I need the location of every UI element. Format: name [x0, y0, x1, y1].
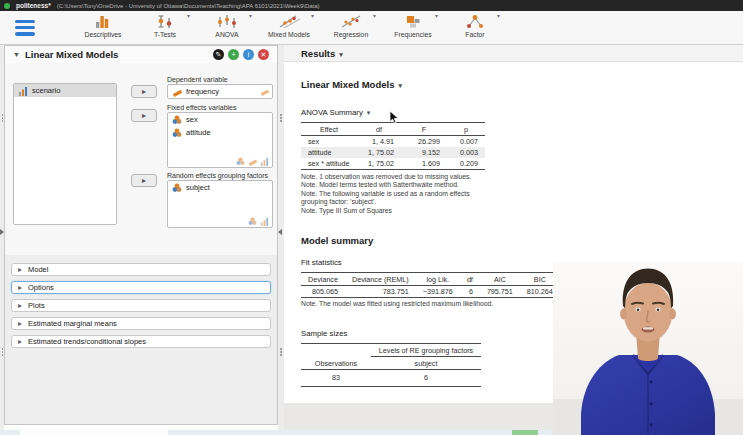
- variable-item-attitude[interactable]: attitude: [168, 126, 272, 139]
- assign-dependent-button[interactable]: [131, 85, 157, 98]
- continuous-ruler-icon: [248, 157, 257, 166]
- descriptives-button[interactable]: Descriptives: [74, 12, 132, 44]
- column-header: Deviance (REML): [345, 273, 416, 286]
- cell: 795.751: [480, 286, 520, 298]
- variable-label: frequency: [186, 87, 219, 96]
- document-path: (C:\Users\Tony\OneDrive - University of …: [57, 3, 320, 9]
- results-menu[interactable]: Results: [301, 48, 343, 59]
- cell: 6: [371, 370, 481, 387]
- anova-summary-table: Effect df F p sex 1, 4.91 26.299 0.007 a…: [301, 122, 485, 170]
- continuous-ruler-icon: [172, 87, 182, 97]
- variable-item-frequency[interactable]: frequency: [168, 85, 272, 98]
- anova-button[interactable]: ANOVA: [198, 12, 256, 44]
- mixed-models-icon: [276, 14, 302, 29]
- note-line: Note. The following variable is used as …: [301, 190, 489, 207]
- section-model[interactable]: Model: [11, 263, 271, 276]
- info-button[interactable]: i: [243, 49, 254, 60]
- variable-item-sex[interactable]: sex: [168, 113, 272, 126]
- assign-random-button[interactable]: [131, 174, 157, 187]
- table-row: 805.065 783.751 −391.876 6 795.751 810.2…: [301, 286, 560, 298]
- section-estimated-trends[interactable]: Estimated trends/conditional slopes: [11, 335, 271, 348]
- section-plots[interactable]: Plots: [11, 299, 271, 312]
- cell: 0.007: [447, 136, 485, 148]
- factor-icon: [462, 14, 488, 29]
- span-header: Levels of RE grouping factors: [371, 344, 481, 357]
- table-row: sex 1, 4.91 26.299 0.007: [301, 136, 485, 148]
- nominal-icon: [172, 183, 182, 193]
- hamburger-menu-button[interactable]: [12, 18, 38, 38]
- grip-dots-icon: [2, 114, 4, 116]
- column-header: df: [460, 273, 480, 286]
- descriptives-icon: [90, 14, 116, 29]
- column-header: F: [401, 123, 447, 136]
- mixed-models-button[interactable]: Mixed Models: [260, 12, 318, 44]
- cell: 1, 75.02: [357, 147, 401, 158]
- section-label: Options: [28, 283, 54, 292]
- nominal-icon: [172, 128, 182, 138]
- cell: −391.876: [416, 286, 460, 298]
- random-effects-box[interactable]: subject: [167, 180, 273, 228]
- variable-label: subject: [186, 183, 210, 192]
- toolbar-label: Frequencies: [394, 31, 431, 38]
- variable-item-subject[interactable]: subject: [168, 181, 272, 194]
- variable-assignment-area: scenario Dependent variable frequency: [5, 63, 277, 255]
- edit-title-button[interactable]: ✎: [213, 49, 224, 60]
- section-options[interactable]: Options: [11, 281, 271, 294]
- cell: 26.299: [401, 136, 447, 148]
- section-label: Plots: [28, 301, 45, 310]
- section-label: Estimated marginal means: [28, 319, 117, 328]
- progress-marker: [512, 430, 538, 435]
- cell: 783.751: [345, 286, 416, 298]
- model-summary-title: Model summary: [301, 235, 723, 246]
- column-header: Deviance: [301, 273, 345, 286]
- regression-icon: [338, 14, 364, 29]
- toolbar-label: Descriptives: [84, 31, 121, 38]
- toolbar-label: Factor: [465, 31, 484, 38]
- anova-icon: [214, 14, 240, 29]
- cell: sex * attitude: [301, 158, 357, 170]
- column-header: Effect: [301, 123, 357, 136]
- assign-fixed-button[interactable]: [131, 109, 157, 122]
- grip-dots-icon: [2, 348, 4, 350]
- dependent-variable-label: Dependent variable: [167, 76, 228, 83]
- available-variables-list[interactable]: scenario: [13, 83, 117, 225]
- random-effects-label: Random effects grouping factors: [167, 172, 268, 179]
- cell: 1, 75.02: [357, 158, 401, 170]
- analysis-toolbar: Descriptives T-Tests: [0, 11, 743, 45]
- t-tests-icon: [152, 14, 178, 29]
- section-label: Model: [28, 265, 48, 274]
- fixed-effects-box[interactable]: sex attitude: [167, 112, 273, 168]
- section-estimated-marginal-means[interactable]: Estimated marginal means: [11, 317, 271, 330]
- results-header: Results: [284, 45, 743, 62]
- nominal-icon: [236, 157, 245, 166]
- anova-summary-title[interactable]: ANOVA Summary: [301, 108, 723, 117]
- variable-label: scenario: [32, 86, 60, 95]
- toolbar-label: Regression: [334, 31, 368, 38]
- mouse-cursor-icon: [389, 111, 399, 124]
- results-analysis-title[interactable]: Linear Mixed Models: [301, 79, 402, 90]
- note-line: Note. Model terms tested with Satterthwa…: [301, 181, 489, 189]
- column-header: p: [447, 123, 485, 136]
- fit-statistics-table: Deviance Deviance (REML) log Lik. df AIC…: [301, 272, 560, 298]
- cell: 0.209: [447, 158, 485, 170]
- fixed-effects-label: Fixed effects variables: [167, 104, 237, 111]
- column-header: AIC: [480, 273, 520, 286]
- variable-item-scenario[interactable]: scenario: [14, 84, 116, 97]
- factor-button[interactable]: Factor: [446, 12, 504, 44]
- close-analysis-button[interactable]: ✕: [258, 49, 269, 60]
- analysis-title: Linear Mixed Models: [25, 49, 209, 60]
- sample-sizes-table: Levels of RE grouping factors Observatio…: [301, 343, 481, 387]
- column-header: df: [357, 123, 401, 136]
- cell: attitude: [301, 147, 357, 158]
- duplicate-analysis-button[interactable]: +: [228, 49, 239, 60]
- cell: sex: [301, 136, 357, 148]
- chevron-down-icon[interactable]: ▼: [13, 51, 20, 58]
- regression-button[interactable]: Regression: [322, 12, 380, 44]
- app-status-dot-icon: [4, 3, 10, 9]
- frequencies-button[interactable]: Frequencies: [384, 12, 442, 44]
- dependent-variable-box[interactable]: frequency: [167, 84, 273, 99]
- collapse-panel-arrow-icon[interactable]: [278, 229, 282, 235]
- cell: 9.152: [401, 147, 447, 158]
- t-tests-button[interactable]: T-Tests: [136, 12, 194, 44]
- title-bar: politeness* (C:\Users\Tony\OneDrive - Un…: [0, 0, 743, 11]
